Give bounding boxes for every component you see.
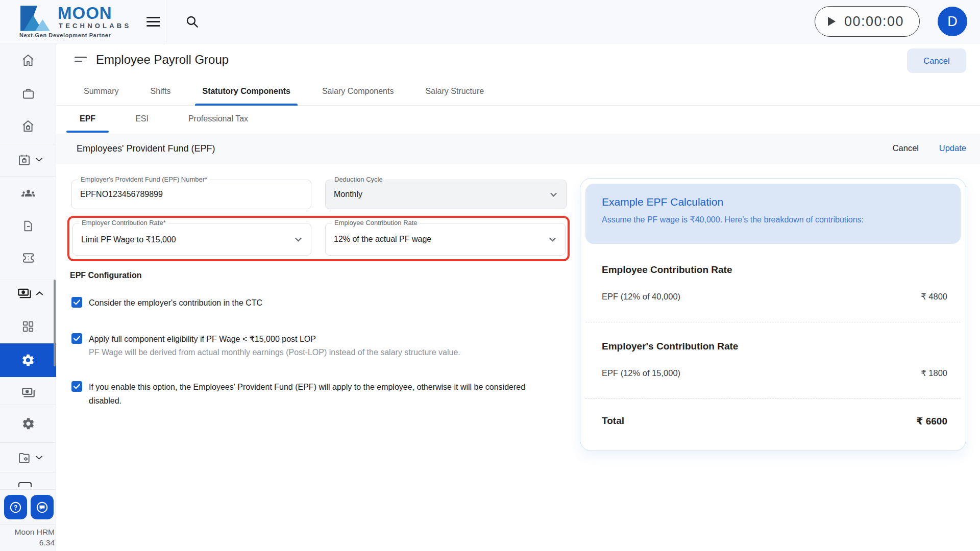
check-icon xyxy=(74,384,80,389)
sidebar-item-work[interactable] xyxy=(0,80,56,107)
checkbox-label: Apply full component eligibility if PF W… xyxy=(89,332,316,346)
timer-widget[interactable]: 00:00:00 xyxy=(815,6,920,37)
sidebar-item-settings-active[interactable] xyxy=(0,343,56,377)
document-icon xyxy=(21,219,35,233)
epf-number-value: EPFNO123456789899 xyxy=(80,190,163,199)
folder-settings-icon xyxy=(17,451,31,465)
checkbox-helper-text: PF Wage will be derived from actual mont… xyxy=(89,348,460,357)
payments-icon xyxy=(17,286,32,300)
row-label: EPF (12% of 15,000) xyxy=(602,368,680,378)
ticket-icon xyxy=(21,251,35,265)
employer-rate-heading: Employer's Contribution Rate xyxy=(602,341,738,352)
app-version-number: 6.34 xyxy=(0,537,55,548)
checkbox-label: Consider the employer's contribution in … xyxy=(89,296,262,310)
example-epf-card: Example EPF Calculation Assume the PF wa… xyxy=(580,178,966,451)
chevron-down-icon xyxy=(549,235,556,242)
topbar-divider xyxy=(166,0,166,43)
sidebar-nav: ? Moon HRM 6.34 xyxy=(0,43,56,551)
svg-text:?: ? xyxy=(14,504,18,511)
total-label: Total xyxy=(602,415,624,427)
brand-name: MOON xyxy=(58,4,112,23)
menu-icon[interactable] xyxy=(146,17,160,27)
employer-rate-label: Employer Contribution Rate* xyxy=(79,219,168,227)
sidebar-divider xyxy=(0,472,56,472)
app-version: Moon HRM 6.34 xyxy=(0,524,56,548)
search-icon[interactable] xyxy=(184,12,200,31)
checkbox-row-eligibility: Apply full component eligibility if PF W… xyxy=(71,332,316,346)
subtab-professional-tax[interactable]: Professional Tax xyxy=(175,106,261,134)
sidebar-item-employees[interactable] xyxy=(0,180,56,206)
brand-subname: TECHNOLABS xyxy=(59,22,131,30)
checkbox-label: If you enable this option, the Employees… xyxy=(89,380,551,408)
sidebar-scrollbar[interactable] xyxy=(54,280,56,366)
page-title: Employee Payroll Group xyxy=(96,53,229,67)
section-update-link[interactable]: Update xyxy=(939,143,966,153)
play-icon[interactable] xyxy=(828,17,836,26)
sidebar-item-payroll[interactable] xyxy=(0,280,56,307)
total-amount: ₹ 6600 xyxy=(916,415,947,427)
dashed-divider xyxy=(585,322,961,322)
row-amount: ₹ 4800 xyxy=(921,292,947,302)
row-amount: ₹ 1800 xyxy=(921,368,947,378)
timer-value: 00:00:00 xyxy=(844,14,904,30)
gear-icon xyxy=(21,417,35,431)
checkbox-ctc[interactable] xyxy=(71,297,82,308)
settings-icon xyxy=(21,353,35,367)
page-header: Employee Payroll Group Cancel xyxy=(56,43,980,78)
avatar-initial: D xyxy=(947,14,958,30)
check-icon xyxy=(74,299,80,305)
example-card-subtitle: Assume the PF wage is ₹40,000. Here's th… xyxy=(602,215,950,224)
checkbox-eligibility[interactable] xyxy=(71,333,82,344)
sidebar-item-dashboard[interactable] xyxy=(0,313,56,340)
chevron-down-icon xyxy=(295,235,302,242)
dashed-divider xyxy=(585,398,961,399)
section-cancel-link[interactable]: Cancel xyxy=(893,143,919,153)
example-card-title: Example EPF Calculation xyxy=(602,196,950,208)
help-panel: ? xyxy=(0,489,56,524)
top-bar: MOON TECHNOLABS Next-Gen Development Par… xyxy=(0,0,980,43)
sidebar-item-work-from-home[interactable] xyxy=(0,113,56,139)
epf-number-field[interactable]: Employer's Provident Fund (EPF) Number* … xyxy=(71,180,311,209)
tab-statutory-components[interactable]: Statutory Components xyxy=(195,78,297,105)
employer-rate-value: Limit PF Wage to ₹15,000 xyxy=(81,235,176,244)
home-icon xyxy=(21,53,35,67)
sidebar-item-documents[interactable] xyxy=(0,213,56,239)
page-menu-icon[interactable] xyxy=(75,57,87,62)
section-title: Employees' Provident Fund (EPF) xyxy=(77,143,215,154)
main-content: Employee Payroll Group Cancel Summary Sh… xyxy=(56,43,980,551)
help-button[interactable]: ? xyxy=(4,495,27,519)
feedback-button[interactable] xyxy=(31,495,54,519)
subtab-epf[interactable]: EPF xyxy=(66,106,109,134)
avatar[interactable]: D xyxy=(938,7,967,36)
epf-number-label: Employer's Provident Fund (EPF) Number* xyxy=(78,176,210,183)
tab-summary[interactable]: Summary xyxy=(77,78,126,105)
sidebar-divider xyxy=(0,442,56,443)
cancel-button[interactable]: Cancel xyxy=(907,48,966,73)
tab-shifts[interactable]: Shifts xyxy=(143,78,178,105)
subtab-bar: EPF ESI Professional Tax xyxy=(56,106,980,134)
home-work-icon xyxy=(21,119,35,133)
calendar-briefcase-icon xyxy=(17,153,31,167)
employee-rate-value: 12% of the actual PF wage xyxy=(334,235,431,244)
chevron-up-icon xyxy=(36,291,43,295)
check-icon xyxy=(74,336,80,341)
checkbox-row-ctc: Consider the employer's contribution in … xyxy=(71,296,262,310)
sidebar-item-tickets[interactable] xyxy=(0,244,56,271)
sidebar-item-home[interactable] xyxy=(0,47,56,73)
employer-contribution-rate-select[interactable]: Employer Contribution Rate* Limit PF Wag… xyxy=(72,223,311,256)
deduction-cycle-select[interactable]: Deduction Cycle Monthly xyxy=(325,180,567,209)
monitor-icon-partial[interactable] xyxy=(18,482,32,487)
tab-salary-components[interactable]: Salary Components xyxy=(315,78,401,105)
subtab-esi[interactable]: ESI xyxy=(122,106,162,134)
app-name: Moon HRM xyxy=(0,527,55,537)
sidebar-item-projects[interactable] xyxy=(0,444,56,471)
sidebar-item-payments[interactable] xyxy=(0,379,56,406)
sidebar-item-attendance[interactable] xyxy=(0,146,56,173)
briefcase-icon xyxy=(21,87,35,101)
chevron-down-icon xyxy=(36,158,42,162)
tab-salary-structure[interactable]: Salary Structure xyxy=(418,78,491,105)
sidebar-item-configuration[interactable] xyxy=(0,410,56,437)
employee-contribution-rate-select[interactable]: Employee Contribution Rate 12% of the ac… xyxy=(325,223,566,256)
employer-rate-row: EPF (12% of 15,000) ₹ 1800 xyxy=(602,368,947,378)
checkbox-enable-epf[interactable] xyxy=(71,381,82,392)
